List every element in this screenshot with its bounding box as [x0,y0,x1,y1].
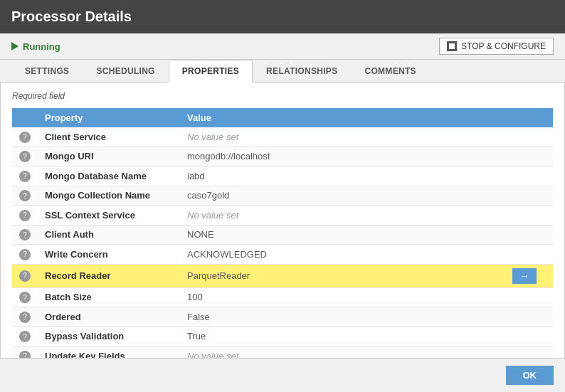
ok-button[interactable]: OK [506,366,554,385]
page-title: Processor Details [11,9,132,25]
help-icon[interactable]: ? [19,210,31,221]
properties-table: Property Value ?Client ServiceNo value s… [12,108,553,366]
navigate-button[interactable]: → [512,268,537,284]
help-icon[interactable]: ? [19,151,31,162]
help-icon[interactable]: ? [19,292,31,303]
property-value: mongodb://localhost [180,147,496,166]
property-action [496,245,553,265]
property-action[interactable]: → [496,264,553,287]
toolbar: Running STOP & CONFIGURE [0,33,565,60]
col-header-action [496,108,553,127]
table-row: ?Client ServiceNo value set [12,127,553,147]
table-row: ?Batch Size100 [12,287,553,307]
property-name: Mongo Database Name [38,166,180,186]
help-icon[interactable]: ? [19,312,31,323]
header: Processor Details [0,0,565,33]
property-value: iabd [180,166,496,186]
property-value: ACKNOWLEDGED [180,245,496,265]
table-row: ?Mongo Collection Namecaso7gold [12,186,553,206]
property-value: No value set [180,127,496,147]
tab-comments[interactable]: COMMENTS [351,60,429,82]
property-name: Write Concern [38,245,180,265]
table-row: ?OrderedFalse [12,307,553,327]
tab-settings[interactable]: SETTINGS [11,60,83,82]
table-row: ?Bypass ValidationTrue [12,327,553,346]
property-value: True [180,327,496,346]
help-icon[interactable]: ? [19,190,31,201]
help-icon[interactable]: ? [19,270,31,282]
stop-icon-inner [449,43,455,49]
property-value: ParquetReader [180,264,496,287]
property-action [496,287,553,307]
property-value: 100 [180,287,496,307]
help-icon[interactable]: ? [19,229,31,240]
tabs-bar: SETTINGSSCHEDULINGPROPERTIESRELATIONSHIP… [0,60,565,83]
property-action [496,307,553,327]
footer: OK [0,358,565,392]
required-field-label: Required field [12,91,553,101]
property-action [496,225,553,245]
stop-configure-label: STOP & CONFIGURE [461,41,546,51]
table-row: ?Mongo Database Nameiabd [12,166,553,186]
stop-icon-box [447,41,457,51]
tab-relationships[interactable]: RELATIONSHIPS [253,60,351,82]
col-header-value: Value [180,108,496,127]
property-name: Record Reader [38,264,180,287]
content-area: Required field Property Value ?Client Se… [0,83,565,376]
property-name: Batch Size [38,287,180,307]
help-icon[interactable]: ? [19,331,31,342]
property-name: Mongo Collection Name [38,186,180,206]
property-action [496,186,553,206]
property-action [496,166,553,186]
property-action [496,147,553,166]
col-header-property [12,108,38,127]
table-row: ?Client AuthNONE [12,225,553,245]
property-name: Ordered [38,307,180,327]
table-row: ?SSL Context ServiceNo value set [12,206,553,226]
table-row: ?Write ConcernACKNOWLEDGED [12,245,553,265]
property-value: NONE [180,225,496,245]
property-name: SSL Context Service [38,206,180,226]
property-action [496,327,553,346]
col-header-property-label: Property [38,108,180,127]
help-icon[interactable]: ? [19,132,31,143]
running-status: Running [11,41,60,52]
table-row: ?Mongo URImongodb://localhost [12,147,553,166]
property-name: Client Auth [38,225,180,245]
help-icon[interactable]: ? [19,249,31,260]
help-icon[interactable]: ? [19,171,31,182]
table-row: ?Record ReaderParquetReader→ [12,264,553,287]
property-name: Bypass Validation [38,327,180,346]
status-label: Running [23,41,60,52]
play-icon [11,42,19,51]
property-value: caso7gold [180,186,496,206]
tab-scheduling[interactable]: SCHEDULING [83,60,168,82]
property-value: False [180,307,496,327]
property-action [496,127,553,147]
property-name: Client Service [38,127,180,147]
property-action [496,206,553,226]
property-value: No value set [180,206,496,226]
tab-properties[interactable]: PROPERTIES [169,60,253,83]
stop-configure-button[interactable]: STOP & CONFIGURE [439,38,554,55]
property-name: Mongo URI [38,147,180,166]
